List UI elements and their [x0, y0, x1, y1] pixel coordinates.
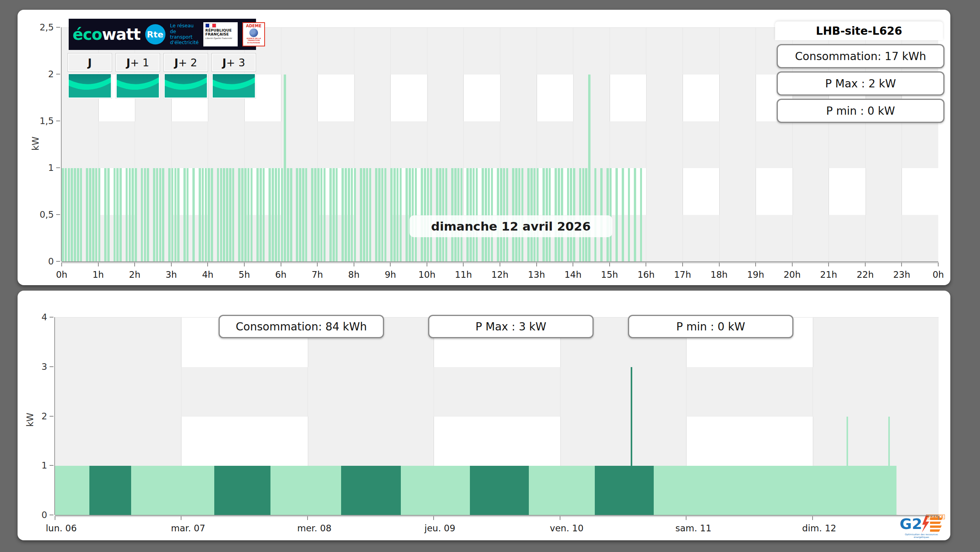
- day-button-j-plus-2[interactable]: J + 2: [164, 53, 208, 72]
- day-button-column: J: [68, 53, 112, 99]
- daily-pmin-box: P min : 0 kW: [777, 99, 944, 123]
- ecowatt-gauge-1[interactable]: [116, 73, 160, 99]
- daily-y-tick-label: 2,5: [21, 22, 54, 32]
- ecowatt-gauge-image: [69, 74, 111, 98]
- daily-bar: [116, 168, 119, 262]
- daily-bar: [573, 168, 575, 262]
- daily-bar: [521, 168, 524, 262]
- daily-x-tick: [682, 263, 683, 266]
- weekly-x-tick: [307, 516, 308, 520]
- daily-bar: [549, 168, 551, 262]
- ecowatt-gauge-2[interactable]: [164, 73, 208, 99]
- daily-bar: [247, 168, 250, 262]
- daily-bar: [445, 168, 448, 262]
- daily-bar: [275, 168, 277, 262]
- daily-bar: [156, 168, 158, 262]
- daily-x-tick-label: 16h: [637, 270, 655, 280]
- ecowatt-logo: écowatt: [73, 25, 141, 43]
- daily-bar: [457, 168, 460, 262]
- chart-background-row: [55, 417, 939, 467]
- daily-bar: [397, 168, 399, 262]
- daily-bar: [582, 168, 585, 262]
- day-button-j-plus-3[interactable]: J + 3: [212, 53, 256, 72]
- weekly-x-tick: [812, 516, 813, 520]
- daily-bar: [442, 168, 445, 262]
- rte-tagline: Le réseau de transport d'électricité: [170, 23, 199, 46]
- daily-x-tick: [98, 263, 99, 266]
- daily-bar: [351, 168, 353, 262]
- weekly-x-tick-label: sam. 11: [675, 523, 711, 533]
- ecowatt-gauge-0[interactable]: [68, 73, 112, 99]
- weekly-x-tick: [938, 516, 939, 520]
- ecowatt-gauge-3[interactable]: [212, 73, 256, 99]
- daily-x-tick: [500, 263, 500, 266]
- weekly-y-tick: [50, 317, 53, 318]
- daily-bar: [98, 168, 101, 262]
- daily-bar: [202, 168, 204, 262]
- daily-bar: [192, 168, 195, 262]
- daily-y-axis-unit: kW: [30, 137, 41, 151]
- daily-bar: [183, 168, 186, 262]
- chart-background-cell: [317, 75, 355, 121]
- daily-bar: [336, 168, 338, 262]
- chart-background-cell: [463, 75, 501, 121]
- daily-bar: [232, 168, 235, 262]
- day-button-j-plus-1[interactable]: J + 1: [116, 53, 160, 72]
- daily-bar: [594, 168, 597, 262]
- ecowatt-gauge-image: [165, 74, 207, 98]
- weekly-y-tick-label: 2: [18, 411, 47, 421]
- daily-bar: [244, 168, 247, 262]
- weekly-x-tick: [433, 516, 434, 520]
- chart-background-cell: [686, 417, 813, 466]
- daily-bar: [114, 168, 116, 262]
- weekly-x-tick: [181, 516, 181, 520]
- daily-bar: [369, 168, 372, 262]
- weekly-y-tick: [50, 366, 53, 367]
- daily-bar: [217, 168, 219, 262]
- daily-bar: [238, 168, 240, 262]
- daily-x-tick-label: 7h: [311, 270, 323, 280]
- chart-column-gridline: [683, 28, 683, 262]
- weekly-bar-segment: [214, 466, 270, 515]
- daily-x-tick-label: 22h: [857, 270, 874, 280]
- daily-bar: [278, 168, 280, 262]
- daily-y-tick: [56, 121, 60, 121]
- daily-bar: [305, 168, 308, 262]
- daily-bar: [314, 168, 317, 262]
- daily-x-tick-label: 21h: [820, 270, 837, 280]
- weekly-x-tick-label: lun. 06: [46, 523, 76, 533]
- daily-bar: [65, 168, 67, 262]
- daily-bar: [491, 168, 493, 262]
- french-flag-icon: [205, 23, 216, 28]
- weekly-spike-bar: [631, 367, 632, 515]
- weekly-y-tick: [50, 515, 53, 515]
- daily-x-tick: [317, 263, 318, 266]
- weekly-y-tick: [50, 465, 53, 466]
- daily-bar: [558, 168, 560, 262]
- g2e-logo: G2 FRANCE Optimisation des ressources én…: [898, 515, 945, 539]
- day-button-j[interactable]: J: [68, 53, 112, 72]
- weekly-bar-segment: [401, 466, 470, 515]
- weekly-pmax-box: P Max : 3 kW: [428, 315, 594, 338]
- daily-y-tick-label: 0,5: [21, 209, 54, 220]
- chart-background-cell: [683, 75, 720, 121]
- chart-background-cell: [829, 168, 866, 215]
- daily-spike-bar: [284, 75, 286, 262]
- daily-bar: [147, 168, 149, 262]
- chart-background-cell: [902, 168, 938, 215]
- weekly-x-tick: [560, 516, 560, 520]
- daily-y-tick-label: 0: [21, 256, 54, 266]
- daily-x-tick: [536, 263, 537, 266]
- weekly-chart-panel: kW Consommation: 84 kWh P Max : 3 kW P m…: [18, 291, 950, 540]
- daily-bar: [320, 168, 323, 262]
- daily-bar: [260, 168, 262, 262]
- weekly-bar-segment: [131, 466, 214, 515]
- daily-bar: [415, 168, 417, 262]
- daily-bar: [208, 168, 210, 262]
- daily-bar: [71, 168, 73, 262]
- daily-bar: [470, 168, 472, 262]
- daily-bar: [546, 168, 548, 262]
- daily-bar: [488, 168, 490, 262]
- chart-column-gridline: [756, 28, 756, 262]
- daily-bar: [567, 168, 569, 262]
